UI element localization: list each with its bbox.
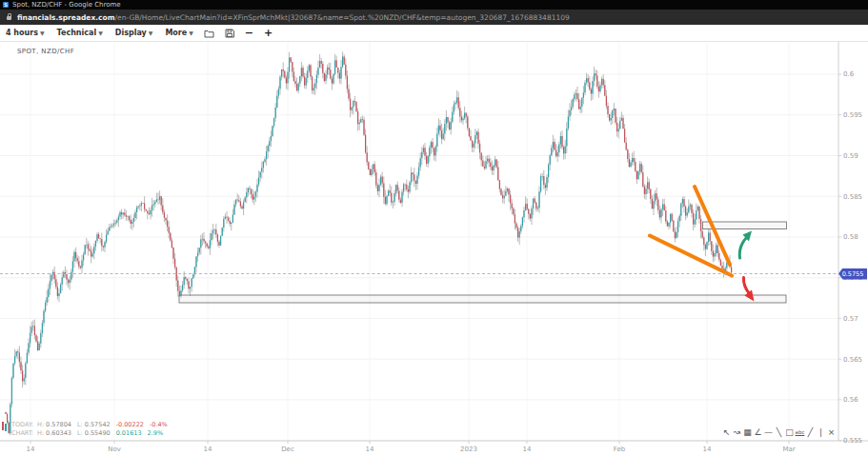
pointer-tool-icon[interactable]: ↖ <box>721 426 732 438</box>
site-favicon: S <box>3 2 9 8</box>
y-axis-label: 0.57 <box>843 315 858 323</box>
x-axis-label: Dec <box>281 446 294 453</box>
symbol-label: SPOT, NZD/CHF <box>17 48 74 55</box>
today-high: 0.57804 <box>46 421 71 429</box>
chart-change: 0.01613 <box>116 429 142 438</box>
chart-low: 0.55490 <box>85 429 111 438</box>
y-axis-label: 0.585 <box>843 193 862 201</box>
price-legend: TODAY: H: 0.57804 L: 0.57542 -0.00222 -0… <box>1 421 173 438</box>
y-axis-label: 0.56 <box>843 396 858 404</box>
chart-change-pct: 2.9% <box>148 429 164 438</box>
x-axis-label: Nov <box>108 446 121 453</box>
y-axis-label: 0.595 <box>843 111 862 119</box>
y-axis-label: 0.6 <box>843 70 855 78</box>
lock-icon <box>7 16 11 20</box>
y-axis-label: 0.555 <box>843 437 862 445</box>
price-chart[interactable]: 0.60.5950.590.5850.580.5750.570.5650.560… <box>0 42 868 456</box>
window-title-bar: S Spot, NZD/CHF - Google Chrome <box>0 0 868 10</box>
x-axis-label: Feb <box>614 446 626 453</box>
trendline-tool-icon[interactable]: ╲ <box>774 426 784 438</box>
x-axis-label: 14 <box>204 446 212 453</box>
menu-technical[interactable]: Technical▼ <box>57 29 103 37</box>
fan-lines-tool-icon[interactable]: ∠ <box>753 426 763 438</box>
chevron-down-icon: ▼ <box>98 30 103 36</box>
delete-drawing-icon[interactable]: × <box>826 426 837 438</box>
gridlines <box>0 42 838 441</box>
y-axis-label: 0.565 <box>843 356 862 364</box>
chevron-down-icon: ▼ <box>149 30 153 36</box>
horizontal-line-tool-icon[interactable]: — <box>763 426 774 438</box>
menu-timeframe[interactable]: 4 hours▼ <box>6 29 45 37</box>
chevron-down-icon: ▼ <box>189 30 193 36</box>
current-price-badge: 0.5755 <box>838 268 867 280</box>
today-low: 0.57542 <box>85 421 111 429</box>
freehand-arrow-tool-icon[interactable]: ↝ <box>732 426 742 438</box>
drawing-toolbar: ↖↝▦∠—╲□abc╱|× <box>721 426 837 438</box>
legend-row-today: TODAY: H: 0.57804 L: 0.57542 -0.00222 -0… <box>11 421 173 429</box>
toolbar-separator: | <box>816 426 826 438</box>
menu-more[interactable]: More▼ <box>165 29 192 37</box>
drawing-annotations[interactable] <box>179 187 787 303</box>
y-axis-label: 0.58 <box>843 233 858 241</box>
grid-tool-icon[interactable]: ▦ <box>742 426 753 438</box>
zoom-in-button[interactable]: + <box>264 29 273 38</box>
x-axis-label: 14 <box>27 446 35 453</box>
menu-display[interactable]: Display▼ <box>115 29 153 37</box>
url-path: /en-GB/Home/LiveChartMain?id=XFinSprMchM… <box>115 13 570 22</box>
chevron-down-icon: ▼ <box>40 30 45 36</box>
address-bar[interactable]: financials.spreadex.com /en-GB/Home/Live… <box>0 10 868 25</box>
rectangle-tool-icon[interactable]: □ <box>784 426 795 438</box>
ray-tool-icon[interactable]: ╱ <box>805 426 816 438</box>
y-axis-label: 0.59 <box>843 152 858 160</box>
today-change-pct: -0.4% <box>150 421 168 429</box>
today-change: -0.00222 <box>116 421 144 429</box>
browser-window: { "window": { "title": "Spot, NZD/CHF - … <box>0 0 868 456</box>
legend-row-chart: CHART: H: 0.60343 L: 0.55490 0.01613 2.9… <box>11 429 173 438</box>
chart-region[interactable]: 0.60.5950.590.5850.580.5750.570.5650.560… <box>0 42 868 456</box>
chart-toolbar: 4 hours▼ Technical▼ Display▼ More▼ − + <box>0 25 868 42</box>
open-folder-icon[interactable] <box>204 29 214 38</box>
x-axis-label: 2023 <box>460 446 477 453</box>
x-axis-label: 14 <box>366 446 374 453</box>
legend-candles-icon[interactable] <box>1 421 10 436</box>
window-title: Spot, NZD/CHF - Google Chrome <box>12 1 121 9</box>
save-icon[interactable] <box>225 29 234 38</box>
axes[interactable]: 0.60.5950.590.5850.580.5750.570.5650.560… <box>0 42 868 453</box>
x-axis-label: 14 <box>523 446 532 453</box>
x-axis-label: Mar <box>782 446 795 453</box>
support-resistance-box-2[interactable] <box>179 295 786 303</box>
url-domain[interactable]: financials.spreadex.com <box>17 13 115 22</box>
zoom-out-button[interactable]: − <box>245 29 253 38</box>
green-up-arrow[interactable] <box>739 231 752 259</box>
x-axis-label: 14 <box>703 446 712 453</box>
chart-high: 0.60343 <box>46 429 71 438</box>
text-tool-icon[interactable]: abc <box>795 426 805 438</box>
